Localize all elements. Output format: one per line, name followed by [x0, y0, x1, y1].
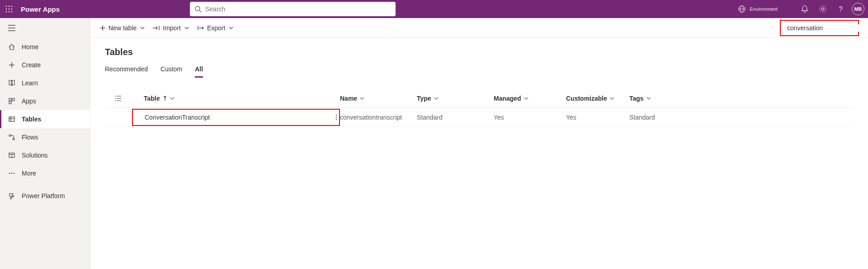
svg-point-4: [9, 9, 10, 10]
tab-all[interactable]: All: [195, 65, 203, 78]
svg-rect-22: [12, 98, 14, 101]
nav-solutions[interactable]: Solutions: [0, 146, 90, 164]
left-nav: Home Create Learn Apps Tables Flows Solu…: [0, 18, 90, 269]
table-row[interactable]: ConversationTranscript conversationtrans…: [105, 108, 854, 127]
cell-customizable: Yes: [566, 114, 629, 121]
notifications-icon[interactable]: [796, 0, 814, 18]
apps-icon: [8, 97, 15, 105]
nav-label: Flows: [22, 134, 38, 141]
nav-label: Learn: [22, 79, 38, 87]
export-icon: [197, 25, 204, 31]
nav-power-platform[interactable]: Power Platform: [0, 187, 90, 205]
nav-create[interactable]: Create: [0, 56, 90, 74]
nav-learn[interactable]: Learn: [0, 74, 90, 92]
nav-label: Solutions: [22, 152, 48, 159]
chevron-down-icon: [434, 97, 439, 100]
plus-icon: [8, 61, 15, 69]
cmd-label: Import: [163, 24, 181, 32]
table-icon: [8, 116, 15, 123]
sort-asc-icon: [163, 96, 167, 101]
top-header: Power Apps Environment MB: [0, 0, 868, 18]
user-avatar[interactable]: MB: [852, 3, 864, 15]
cell-value: ConversationTranscript: [145, 114, 210, 121]
col-label: Customizable: [566, 95, 607, 102]
svg-point-33: [11, 173, 12, 174]
tabs: Recommended Custom All: [105, 65, 854, 78]
svg-point-7: [9, 11, 10, 13]
cmd-label: Export: [207, 24, 225, 32]
col-type[interactable]: Type: [417, 95, 494, 102]
svg-rect-21: [9, 98, 11, 101]
chevron-down-icon: [170, 97, 175, 100]
chevron-down-icon: [184, 27, 189, 29]
table-header: Table Name Type Managed Customiza: [105, 89, 854, 108]
nav-apps[interactable]: Apps: [0, 92, 90, 110]
nav-label: Apps: [22, 97, 36, 105]
cell-managed: Yes: [494, 114, 566, 121]
help-icon[interactable]: [832, 0, 850, 18]
cell-name: conversationtranscript: [340, 114, 417, 121]
svg-point-27: [9, 134, 11, 136]
col-tags[interactable]: Tags: [629, 95, 693, 102]
svg-point-15: [840, 11, 841, 12]
filter-search[interactable]: [780, 20, 859, 36]
row-actions-icon[interactable]: [335, 114, 337, 121]
chevron-down-icon: [610, 97, 614, 100]
svg-point-8: [11, 11, 13, 13]
svg-point-9: [195, 6, 200, 11]
nav-tables[interactable]: Tables: [0, 110, 90, 128]
cell-tags: Standard: [629, 114, 693, 121]
col-label: Type: [417, 95, 431, 102]
tab-recommended[interactable]: Recommended: [105, 65, 148, 78]
svg-rect-24: [9, 117, 14, 121]
new-table-button[interactable]: New table: [99, 24, 145, 32]
app-launcher-icon[interactable]: [0, 0, 18, 18]
svg-point-49: [115, 98, 116, 99]
book-icon: [8, 79, 15, 87]
list-icon[interactable]: [115, 95, 122, 102]
col-label: Name: [340, 95, 357, 102]
nav-label: More: [22, 170, 36, 177]
global-search[interactable]: [190, 2, 396, 16]
col-label: Tags: [629, 95, 644, 102]
chevron-down-icon: [524, 97, 528, 100]
nav-flows[interactable]: Flows: [0, 128, 90, 146]
svg-point-53: [336, 119, 337, 120]
brand-label: Power Apps: [21, 5, 60, 13]
svg-point-3: [6, 9, 7, 10]
svg-point-32: [9, 173, 10, 174]
environment-picker[interactable]: Environment: [738, 5, 778, 13]
plus-icon: [99, 25, 106, 31]
col-table[interactable]: Table: [132, 95, 340, 102]
solutions-icon: [8, 152, 15, 159]
svg-point-48: [115, 96, 116, 97]
settings-icon[interactable]: [814, 0, 832, 18]
export-button[interactable]: Export: [197, 24, 233, 32]
col-managed[interactable]: Managed: [494, 95, 566, 102]
svg-point-34: [14, 173, 14, 174]
svg-rect-23: [9, 102, 11, 104]
svg-point-2: [11, 6, 13, 7]
nav-collapse-icon[interactable]: [0, 18, 90, 38]
svg-line-10: [199, 10, 201, 12]
svg-point-1: [9, 6, 10, 7]
chevron-down-icon: [229, 27, 233, 29]
nav-more[interactable]: More: [0, 164, 90, 182]
nav-home[interactable]: Home: [0, 38, 90, 56]
global-search-input[interactable]: [205, 5, 391, 13]
filter-input[interactable]: [787, 24, 866, 32]
tab-custom[interactable]: Custom: [160, 65, 182, 78]
col-customizable[interactable]: Customizable: [566, 95, 629, 102]
import-button[interactable]: Import: [153, 24, 189, 32]
power-platform-icon: [8, 192, 15, 199]
environment-icon: [738, 5, 746, 13]
nav-label: Tables: [22, 116, 41, 123]
import-icon: [153, 25, 160, 31]
main-area: New table Import Export Tables: [90, 18, 868, 269]
svg-point-5: [11, 9, 13, 10]
svg-point-52: [336, 116, 337, 118]
svg-point-50: [115, 100, 116, 101]
chevron-down-icon: [360, 97, 364, 100]
more-icon: [8, 170, 15, 177]
col-name[interactable]: Name: [340, 95, 417, 102]
